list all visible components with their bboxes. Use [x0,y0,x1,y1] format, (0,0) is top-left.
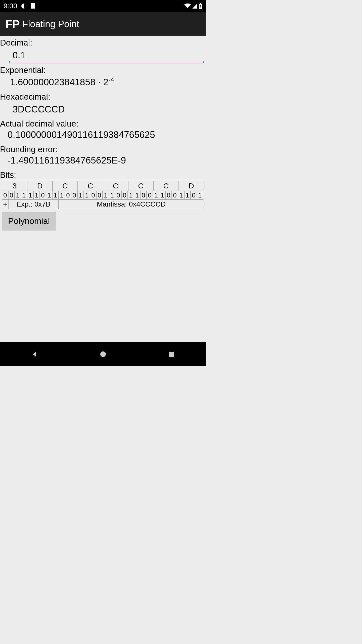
svg-rect-2 [200,3,201,4]
sd-card-icon [30,3,35,9]
bit-cell: 0 [40,191,46,199]
bit-cell: 1 [103,191,109,199]
exp-cell: Exp.: 0x7B [8,199,59,209]
exponential-label: Exponential: [0,63,206,75]
bit-cell: 1 [59,191,65,199]
actual-decimal-label: Actual decimal value: [0,117,206,129]
exponential-value: 1.600000023841858 · 2-4 [0,75,206,90]
section-row: + Exp.: 0x7B Mantissa: 0x4CCCCD [2,199,204,209]
bit-cell: 1 [21,191,27,199]
decimal-input[interactable] [9,49,204,63]
decimal-label: Decimal: [0,36,206,48]
svg-rect-4 [169,352,174,357]
bit-cell: 1 [197,191,203,199]
nibble-cell: C [53,181,78,191]
bits-table: 3 D C C C C C D 001111011100110011001100… [2,181,204,209]
sign-cell: + [2,199,8,209]
polynomial-button[interactable]: Polynomial [2,212,56,230]
bit-cell: 1 [184,191,191,199]
main-content: Decimal: Exponential: 1.600000023841858 … [0,36,206,342]
nav-bar [0,342,206,366]
app-logo: FP [6,17,19,31]
bit-cell: 1 [153,191,159,199]
nibble-cell: C [103,181,128,191]
back-button[interactable] [29,349,39,359]
bit-cell: 1 [128,191,134,199]
exp-dot: · [98,77,103,87]
bit-cell: 1 [134,191,140,199]
wifi-icon [184,4,191,9]
recent-button[interactable] [167,349,177,359]
bit-cell: 0 [165,191,172,199]
contrast-icon [21,3,27,9]
nibble-cell: D [179,181,204,191]
bit-cell: 1 [27,191,33,199]
bit-cell: 1 [46,191,52,199]
nibble-cell: 3 [2,181,27,191]
bit-cell: 1 [109,191,115,199]
bit-cell: 1 [84,191,90,199]
bit-cell: 0 [8,191,15,199]
actual-decimal-value: 0.100000001490116119384765625 [0,129,206,143]
bit-cell: 0 [96,191,103,199]
bit-cell: 0 [90,191,96,199]
nibble-cell: C [153,181,178,191]
bit-cell: 1 [15,191,21,199]
bit-cell: 1 [77,191,84,199]
nibble-row: 3 D C C C C C D [2,181,204,191]
nibble-cell: C [128,181,153,191]
bit-row: 00111101110011001100110011001101 [2,191,204,199]
bit-cell: 1 [159,191,165,199]
battery-icon [199,3,202,9]
bit-cell: 0 [115,191,121,199]
app-bar: FP Floating Point [0,12,206,36]
nibble-cell: D [27,181,52,191]
exp-mantissa: 1.600000023841858 [10,77,96,87]
bit-cell: 0 [191,191,197,199]
bit-cell: 1 [33,191,40,199]
decimal-input-container [9,49,204,63]
status-bar: 9:00 [0,0,206,12]
bit-cell: 1 [178,191,184,199]
bit-cell: 0 [65,191,71,199]
hexadecimal-input[interactable] [9,103,204,117]
signal-icon [192,4,197,9]
rounding-error-label: Rounding error: [0,143,206,154]
bit-cell: 0 [140,191,147,199]
rounding-error-value: -1.490116119384765625E-9 [0,154,206,168]
hex-input-container [9,103,204,117]
status-right [184,3,202,9]
bit-cell: 0 [147,191,153,199]
home-button[interactable] [98,349,108,359]
bit-cell: 0 [121,191,128,199]
app-title: Floating Point [22,19,79,29]
exp-base: 2 [103,77,108,87]
bit-cell: 0 [2,191,8,199]
bit-cell: 0 [172,191,178,199]
exp-power: -4 [108,76,114,84]
bit-cell: 0 [71,191,77,199]
svg-point-3 [100,351,106,357]
bit-cell: 1 [52,191,59,199]
nibble-cell: C [78,181,103,191]
status-left: 9:00 [4,2,35,10]
bits-label: Bits: [0,168,206,180]
mantissa-cell: Mantissa: 0x4CCCCD [59,199,204,209]
hexadecimal-label: Hexadecimal: [0,90,206,102]
status-time: 9:00 [4,2,17,10]
